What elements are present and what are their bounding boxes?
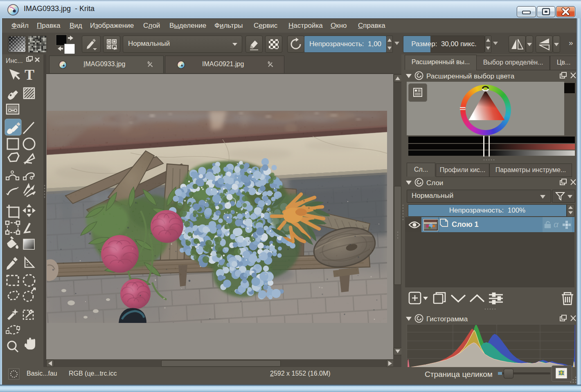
svg-text:Инс...: Инс...	[6, 57, 23, 64]
svg-text:T: T	[25, 67, 34, 83]
